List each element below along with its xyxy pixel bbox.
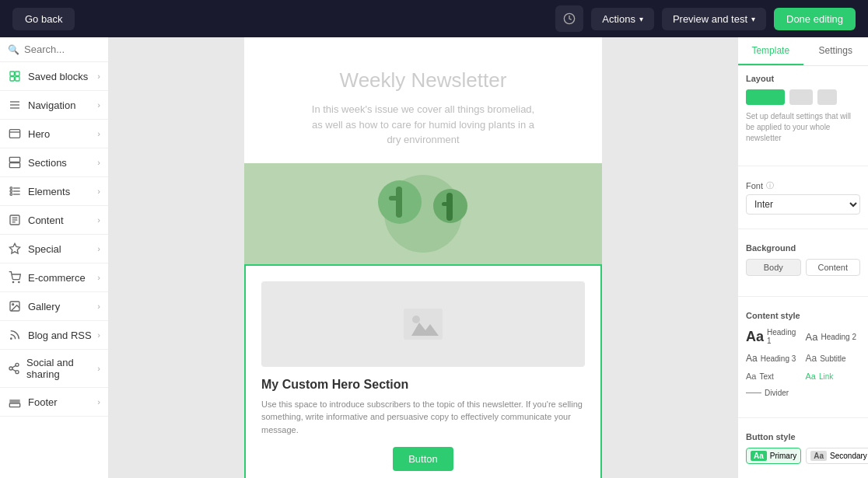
svg-line-32 — [12, 365, 16, 368]
link-label: Link — [819, 372, 833, 381]
chevron-icon: › — [97, 302, 100, 311]
content-style-heading1[interactable]: Aa Heading 1 — [746, 326, 801, 347]
btn-primary[interactable]: Aa Primary — [746, 448, 801, 464]
chevron-icon: › — [97, 187, 100, 196]
sidebar-item-ecommerce[interactable]: E-commerce › — [0, 263, 108, 292]
sidebar-item-saved-blocks[interactable]: Saved blocks › — [0, 62, 108, 91]
navigation-icon — [8, 98, 22, 112]
content-style-subtitle[interactable]: Aa Subtitle — [806, 351, 861, 365]
text-aa: Aa — [746, 372, 756, 381]
newsletter-header: Weekly Newsletter In this week's issue w… — [244, 37, 602, 163]
content-style-heading2[interactable]: Aa Heading 2 — [806, 326, 861, 347]
history-icon — [563, 12, 576, 25]
divider-3 — [738, 296, 868, 297]
bg-body-button[interactable]: Body — [746, 259, 801, 276]
subtitle-aa: Aa — [806, 353, 817, 364]
font-label: Font ⓘ — [746, 180, 860, 191]
layout-option-3col[interactable] — [817, 89, 837, 105]
svg-rect-41 — [389, 196, 401, 201]
sidebar-item-gallery[interactable]: Gallery › — [0, 292, 108, 321]
search-input[interactable] — [24, 44, 100, 55]
tab-settings[interactable]: Settings — [803, 37, 869, 65]
hero-block-text: Use this space to introduce subscribers … — [261, 398, 585, 437]
sidebar-label-elements: Elements — [28, 186, 70, 197]
divider-label: Divider — [765, 389, 789, 397]
done-editing-button[interactable]: Done editing — [774, 8, 856, 30]
background-options: Body Content — [746, 259, 860, 276]
btn-primary-label: Primary — [770, 452, 796, 460]
chevron-icon: › — [97, 72, 100, 81]
email-frame: Weekly Newsletter In this week's issue w… — [244, 37, 602, 478]
sidebar-label-saved-blocks: Saved blocks — [28, 71, 88, 82]
content-style-text[interactable]: Aa Text — [746, 370, 801, 382]
sidebar-item-sections[interactable]: Sections › — [0, 148, 108, 177]
svg-rect-3 — [10, 77, 14, 81]
sidebar-label-footer: Footer — [28, 396, 58, 408]
ecommerce-icon — [8, 270, 22, 284]
content-style-heading3[interactable]: Aa Heading 3 — [746, 351, 801, 365]
svg-line-31 — [12, 369, 16, 372]
heading1-aa: Aa — [746, 329, 764, 345]
font-select[interactable]: Inter — [746, 194, 860, 215]
gallery-icon — [8, 299, 22, 313]
panel-tabs: Template Settings — [738, 37, 868, 66]
svg-rect-4 — [16, 77, 19, 81]
bg-content-button[interactable]: Content — [806, 259, 861, 276]
sidebar-item-hero[interactable]: Hero › — [0, 120, 108, 148]
search-icon: 🔍 — [8, 44, 19, 55]
sidebar: 🔍 Saved blocks › Navigation › — [0, 37, 109, 478]
font-section: Font ⓘ Inter — [738, 173, 868, 222]
saved-blocks-icon — [8, 69, 22, 83]
svg-rect-42 — [446, 193, 453, 221]
chevron-icon: › — [97, 397, 100, 406]
history-button[interactable] — [555, 5, 583, 32]
sidebar-item-social[interactable]: Social and sharing › — [0, 350, 108, 388]
sidebar-label-hero: Hero — [28, 128, 50, 140]
hero-block-button[interactable]: Button — [393, 447, 453, 471]
svg-point-28 — [16, 363, 19, 366]
layout-section: Layout Set up default settings that will… — [738, 66, 868, 159]
go-back-button[interactable]: Go back — [12, 8, 75, 30]
sidebar-item-elements[interactable]: Elements › — [0, 177, 108, 206]
hero-block-selected[interactable]: My Custom Hero Section Use this space to… — [244, 264, 602, 479]
svg-point-46 — [412, 316, 420, 323]
svg-rect-11 — [9, 163, 19, 168]
placeholder-image-icon — [404, 309, 443, 340]
layout-option-2col[interactable] — [789, 89, 813, 105]
actions-button[interactable]: Actions ▾ — [591, 8, 654, 30]
sidebar-label-content: Content — [28, 215, 64, 226]
topbar-right: Actions ▾ Preview and test ▾ Done editin… — [555, 5, 856, 32]
sidebar-item-blog-rss[interactable]: Blog and RSS › — [0, 321, 108, 350]
sidebar-item-special[interactable]: Special › — [0, 235, 108, 263]
tab-template[interactable]: Template — [738, 37, 803, 65]
footer-icon — [8, 395, 22, 409]
chevron-icon: › — [97, 273, 100, 282]
chevron-icon: › — [97, 244, 100, 253]
actions-chevron-icon: ▾ — [639, 15, 643, 23]
content-style-divider[interactable]: Divider — [746, 389, 860, 397]
svg-rect-33 — [9, 403, 19, 407]
content-style-link[interactable]: Aa Link — [806, 370, 861, 382]
btn-secondary[interactable]: Aa Secondary — [806, 448, 868, 464]
svg-rect-40 — [396, 187, 402, 218]
layout-options — [746, 89, 860, 105]
hero-block-placeholder-image — [261, 281, 585, 367]
content-style-title: Content style — [746, 311, 860, 320]
content-icon — [8, 213, 22, 227]
link-aa: Aa — [806, 372, 816, 381]
svg-marker-22 — [9, 243, 19, 253]
background-title: Background — [746, 243, 860, 253]
hero-icon — [8, 127, 22, 141]
preview-button[interactable]: Preview and test ▾ — [662, 8, 766, 30]
sidebar-item-content[interactable]: Content › — [0, 206, 108, 235]
chevron-icon: › — [97, 100, 100, 110]
topbar-left: Go back — [12, 8, 75, 30]
sidebar-item-footer[interactable]: Footer › — [0, 388, 108, 417]
sidebar-item-navigation[interactable]: Navigation › — [0, 91, 108, 120]
layout-option-1col[interactable] — [746, 89, 785, 105]
svg-point-14 — [10, 187, 12, 190]
newsletter-image — [244, 163, 602, 264]
layout-helper: Set up default settings that will be app… — [746, 111, 860, 144]
layout-title: Layout — [746, 74, 860, 83]
sidebar-label-special: Special — [28, 243, 61, 255]
